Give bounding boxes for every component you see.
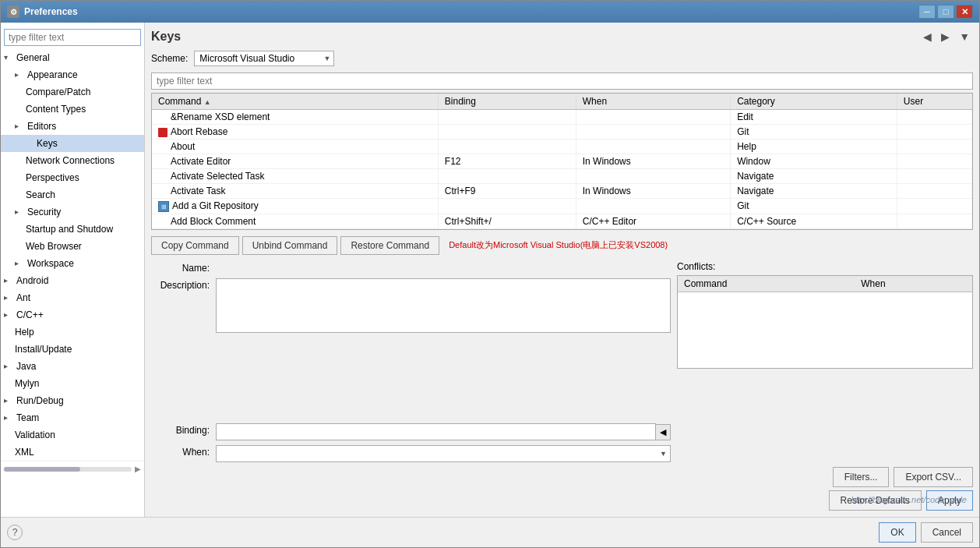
sidebar-label-network-connections: Network Connections xyxy=(26,154,115,168)
ok-button[interactable]: OK xyxy=(879,522,915,543)
cell-command: Activate Selected Task xyxy=(152,169,438,184)
binding-input[interactable] xyxy=(216,423,656,440)
sidebar-item-editors[interactable]: ▸Editors xyxy=(1,118,144,135)
sidebar-item-validation[interactable]: Validation xyxy=(1,426,144,444)
bottom-bar: ? OK Cancel xyxy=(1,517,979,547)
cell-command: &Rename XSD element xyxy=(152,110,438,125)
scheme-label: Scheme: xyxy=(151,53,188,64)
scroll-right-btn[interactable]: ▶ xyxy=(135,465,141,473)
table-wrapper: Command ▲ Binding When Category User &Re… xyxy=(151,93,973,230)
table-row[interactable]: Abort RebaseGit xyxy=(152,125,972,140)
cell-binding: F12 xyxy=(438,154,576,169)
sidebar-item-network-connections[interactable]: Network Connections xyxy=(1,152,144,169)
restore-command-button[interactable]: Restore Command xyxy=(340,236,439,255)
window-controls: ─ □ ✕ xyxy=(918,5,973,19)
cell-user xyxy=(897,214,971,228)
expand-icon-ant[interactable]: ▸ xyxy=(4,291,15,305)
table-row[interactable]: AboutHelp xyxy=(152,140,972,154)
sidebar-item-workspace[interactable]: ▸Workspace xyxy=(1,255,144,272)
main-panel-inner: Command ▲ Binding When Category User &Re… xyxy=(151,72,973,511)
col-user[interactable]: User xyxy=(897,94,971,110)
expand-icon-workspace[interactable]: ▸ xyxy=(15,256,26,270)
col-command[interactable]: Command ▲ xyxy=(152,94,438,110)
desc-textarea[interactable] xyxy=(216,278,671,333)
expand-icon-android[interactable]: ▸ xyxy=(4,274,15,288)
sidebar-label-compare-patch: Compare/Patch xyxy=(26,85,90,99)
filters-button[interactable]: Filters... xyxy=(833,467,890,487)
when-select[interactable]: In Windows In Dialogs and Windows C/C++ … xyxy=(216,445,671,462)
table-row[interactable]: &Rename XSD elementEdit xyxy=(152,110,972,125)
sidebar-item-help[interactable]: Help xyxy=(1,323,144,341)
close-button[interactable]: ✕ xyxy=(956,5,973,19)
nav-back-button[interactable]: ◀ xyxy=(920,29,935,44)
col-when[interactable]: When xyxy=(576,94,730,110)
expand-icon-security[interactable]: ▸ xyxy=(15,205,26,219)
table-filter-input[interactable] xyxy=(151,72,973,90)
table-container[interactable]: Command ▲ Binding When Category User &Re… xyxy=(151,93,973,230)
panel-title: Keys xyxy=(151,30,181,44)
help-icon[interactable]: ? xyxy=(7,525,23,540)
cell-category: Git xyxy=(731,199,897,214)
expand-icon-editors[interactable]: ▸ xyxy=(15,119,26,133)
table-row[interactable]: Activate EditorF12In WindowsWindow xyxy=(152,154,972,169)
sidebar-item-security[interactable]: ▸Security xyxy=(1,203,144,221)
sidebar-label-java: Java xyxy=(16,359,36,373)
col-binding[interactable]: Binding xyxy=(438,94,576,110)
scheme-select[interactable]: Default Microsoft Visual Studio Emacs xyxy=(194,51,334,66)
detail-right: Conflicts: Command When xyxy=(677,261,973,462)
sidebar-filter-input[interactable] xyxy=(4,29,141,46)
cell-command: Add Block Comment xyxy=(152,214,438,228)
nav-dropdown-button[interactable]: ▼ xyxy=(956,29,973,44)
sidebar-item-compare-patch[interactable]: Compare/Patch xyxy=(1,83,144,101)
sidebar-item-startup-shutdown[interactable]: Startup and Shutdow xyxy=(1,221,144,238)
cell-user xyxy=(897,169,971,184)
sidebar-label-validation: Validation xyxy=(15,428,55,442)
table-row[interactable]: ⊞Add a Git RepositoryGit xyxy=(152,199,972,214)
sidebar-item-web-browser[interactable]: Web Browser xyxy=(1,238,144,255)
expand-icon-cpp[interactable]: ▸ xyxy=(4,308,15,322)
cancel-button[interactable]: Cancel xyxy=(921,522,973,543)
table-row[interactable]: Activate TaskCtrl+F9In WindowsNavigate xyxy=(152,184,972,199)
cell-category: Navigate xyxy=(731,184,897,199)
expand-icon-java[interactable]: ▸ xyxy=(4,359,15,373)
expand-icon-team[interactable]: ▸ xyxy=(4,411,15,425)
unbind-command-button[interactable]: Unbind Command xyxy=(242,236,338,255)
export-csv-button[interactable]: Export CSV... xyxy=(894,467,973,487)
table-row[interactable]: Activate Selected TaskNavigate xyxy=(152,169,972,184)
sidebar-item-content-types[interactable]: Content Types xyxy=(1,101,144,118)
sidebar-item-keys[interactable]: Keys xyxy=(1,135,144,152)
conflicts-col-command[interactable]: Command xyxy=(678,276,855,292)
sidebar-item-android[interactable]: ▸Android xyxy=(1,272,144,289)
sidebar-item-general[interactable]: ▾General xyxy=(1,49,144,66)
sidebar-item-search[interactable]: Search xyxy=(1,186,144,203)
sidebar-item-mylyn[interactable]: Mylyn xyxy=(1,375,144,392)
copy-command-button[interactable]: Copy Command xyxy=(151,236,239,255)
scheme-row: Scheme: Default Microsoft Visual Studio … xyxy=(151,51,973,66)
sidebar-item-xml[interactable]: XML xyxy=(1,444,144,461)
sidebar-item-run-debug[interactable]: ▸Run/Debug xyxy=(1,392,144,409)
maximize-button[interactable]: □ xyxy=(937,5,954,19)
col-category[interactable]: Category xyxy=(731,94,897,110)
cell-category: Git xyxy=(731,125,897,140)
sidebar-item-ant[interactable]: ▸Ant xyxy=(1,289,144,306)
cell-user xyxy=(897,110,971,125)
sidebar-item-java[interactable]: ▸Java xyxy=(1,358,144,375)
window-title: Preferences xyxy=(24,6,918,17)
sidebar-item-cpp[interactable]: ▸C/C++ xyxy=(1,306,144,323)
expand-icon-run-debug[interactable]: ▸ xyxy=(4,394,15,408)
minimize-button[interactable]: ─ xyxy=(918,5,936,19)
sidebar-item-team[interactable]: ▸Team xyxy=(1,409,144,426)
binding-end-button[interactable]: ◀ xyxy=(656,424,671,440)
sidebar-label-security: Security xyxy=(27,205,61,219)
expand-icon-appearance[interactable]: ▸ xyxy=(15,68,26,82)
sidebar-item-perspectives[interactable]: Perspectives xyxy=(1,169,144,186)
expand-icon-general[interactable]: ▾ xyxy=(4,51,15,65)
sidebar-item-install-update[interactable]: Install/Update xyxy=(1,341,144,358)
sidebar-item-appearance[interactable]: ▸Appearance xyxy=(1,66,144,83)
bottom-left: ? xyxy=(7,525,23,540)
table-row[interactable]: Add Block CommentCtrl+Shift+/C/C++ Edito… xyxy=(152,214,972,228)
red-icon xyxy=(158,128,167,137)
nav-forward-button[interactable]: ▶ xyxy=(938,29,953,44)
cell-command: Activate Editor xyxy=(152,154,438,169)
conflicts-col-when[interactable]: When xyxy=(855,276,972,292)
